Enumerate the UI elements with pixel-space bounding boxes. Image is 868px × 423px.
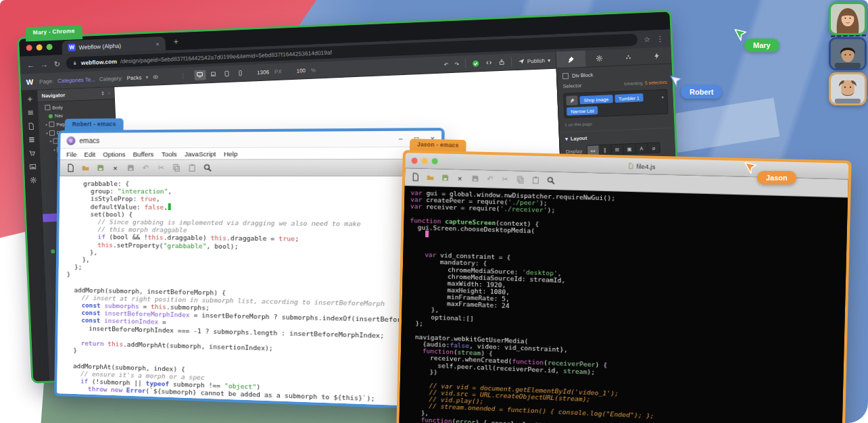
- cut-icon[interactable]: ✂: [156, 163, 166, 172]
- selector-tag[interactable]: Tumbler 1: [614, 93, 644, 103]
- zoom-window-icon[interactable]: [46, 43, 52, 49]
- minimize-window-icon[interactable]: [422, 157, 428, 164]
- cut-icon[interactable]: ✂: [500, 174, 510, 184]
- save-icon[interactable]: [470, 174, 479, 183]
- category-value[interactable]: Packs: [126, 74, 141, 81]
- window-controls[interactable]: [412, 157, 438, 164]
- display-none-button[interactable]: ⌀: [648, 143, 660, 153]
- save-icon[interactable]: [126, 163, 135, 172]
- menu-javascript[interactable]: JavaScript: [185, 150, 216, 157]
- green-icon: [51, 249, 55, 253]
- undo-icon[interactable]: ↶: [443, 61, 448, 68]
- display-inline-block-button[interactable]: ▣: [623, 144, 636, 154]
- canvas-width-value[interactable]: 1306: [257, 69, 269, 76]
- chevron-down-icon: ▾: [548, 57, 550, 63]
- device-phone[interactable]: [235, 68, 247, 78]
- selector-field[interactable]: Shop ImageTumbler 1▾Narrow List: [563, 89, 668, 118]
- chevron-down-icon[interactable]: ▾: [145, 74, 148, 80]
- undo-icon[interactable]: ↶: [485, 174, 496, 184]
- robert-code-editor[interactable]: grabbable: { group: "interaction", isSty…: [57, 176, 441, 407]
- jason-code-editor[interactable]: var gui = global.window.nwDispatcher.req…: [399, 186, 848, 423]
- chevron-down-icon[interactable]: ▾: [661, 94, 665, 99]
- copy-icon[interactable]: [171, 163, 181, 172]
- inheriting-value[interactable]: 5 selectors: [645, 80, 667, 85]
- device-laptop[interactable]: [208, 69, 220, 80]
- save-as-icon[interactable]: [440, 173, 450, 182]
- device-switcher: [194, 68, 247, 80]
- open-folder-icon[interactable]: [425, 172, 435, 182]
- search-icon[interactable]: [546, 176, 556, 186]
- save-as-icon[interactable]: [95, 163, 105, 172]
- avatar-jason[interactable]: [829, 72, 867, 105]
- menu-options[interactable]: Options: [103, 150, 125, 157]
- selector-tag[interactable]: Shop Image: [579, 95, 612, 104]
- search-icon[interactable]: [202, 163, 212, 172]
- undo-icon[interactable]: ↶: [141, 163, 151, 172]
- menu-buffers[interactable]: Buffers: [133, 150, 154, 157]
- collapse-all-icon[interactable]: ⇕: [101, 91, 105, 96]
- new-file-icon[interactable]: [66, 163, 75, 172]
- close-window-icon[interactable]: [412, 157, 418, 164]
- menu-file[interactable]: File: [66, 150, 77, 157]
- open-folder-icon[interactable]: [80, 163, 90, 172]
- bookmark-star-icon[interactable]: ☆: [644, 35, 650, 43]
- device-desktop[interactable]: [194, 70, 206, 80]
- publish-button[interactable]: Publish ▾: [518, 57, 551, 65]
- layout-section-header[interactable]: ▾ Layout: [560, 127, 675, 142]
- avatar-mary[interactable]: [829, 2, 867, 35]
- ecommerce-icon[interactable]: [28, 149, 35, 157]
- lock-icon: [72, 60, 78, 66]
- selector-style-icon[interactable]: [566, 95, 578, 105]
- close-buffer-icon[interactable]: ×: [110, 163, 120, 172]
- divider-dots-icon: ⋮: [180, 72, 186, 79]
- paste-icon[interactable]: [531, 175, 541, 185]
- refresh-icon[interactable]: ↻: [53, 60, 60, 68]
- device-tablet[interactable]: [221, 68, 233, 79]
- minimize-icon[interactable]: −: [399, 135, 404, 143]
- redo-icon[interactable]: ↷: [454, 61, 459, 67]
- divider: [511, 57, 512, 66]
- cursor-label-robert: Robert: [681, 85, 722, 99]
- tab-effects[interactable]: [642, 47, 671, 64]
- zoom-window-icon[interactable]: [432, 158, 438, 164]
- display-flex-button[interactable]: ∥: [599, 145, 612, 155]
- copy-icon[interactable]: [515, 175, 525, 185]
- new-file-icon[interactable]: [410, 172, 420, 182]
- minimize-window-icon[interactable]: [36, 44, 42, 50]
- add-element-icon[interactable]: [26, 95, 33, 103]
- preview-eye-icon[interactable]: [152, 74, 158, 80]
- avatar-robert[interactable]: [829, 37, 867, 70]
- dock-panel-icon[interactable]: ▫: [108, 91, 110, 96]
- zoom-value[interactable]: 100: [296, 68, 306, 74]
- tab-interactions[interactable]: [614, 48, 643, 66]
- menu-help[interactable]: Help: [224, 150, 238, 157]
- menu-tools[interactable]: Tools: [162, 150, 177, 157]
- on-page-note: 1 on this page: [564, 118, 669, 127]
- share-icon[interactable]: [498, 59, 505, 66]
- tab-style[interactable]: [556, 51, 585, 68]
- tab-settings[interactable]: [585, 49, 614, 67]
- selector-tag[interactable]: Narrow List: [566, 106, 598, 116]
- assets-icon[interactable]: [28, 163, 36, 170]
- settings-icon[interactable]: [29, 176, 37, 184]
- paste-icon[interactable]: [187, 163, 197, 172]
- close-window-icon[interactable]: [26, 45, 32, 51]
- display-inline-button[interactable]: A: [635, 143, 648, 153]
- page-value[interactable]: Categories Te...: [57, 76, 95, 84]
- webflow-favicon: W: [68, 43, 75, 51]
- display-grid-button[interactable]: ⊞: [611, 145, 624, 155]
- selected-element-row[interactable]: Div Block: [562, 69, 667, 79]
- tab-close-icon[interactable]: ×: [155, 41, 160, 47]
- window-controls[interactable]: [26, 43, 52, 51]
- forward-icon[interactable]: →: [40, 61, 47, 68]
- menu-edit[interactable]: Edit: [85, 150, 96, 157]
- cms-icon[interactable]: [28, 136, 35, 143]
- chrome-menu-icon[interactable]: ⋮: [656, 34, 664, 42]
- back-icon[interactable]: ←: [27, 61, 34, 68]
- new-tab-button[interactable]: +: [173, 36, 178, 47]
- pages-icon[interactable]: [27, 122, 34, 130]
- webflow-logo[interactable]: W: [26, 78, 34, 86]
- export-code-icon[interactable]: [485, 59, 492, 66]
- close-buffer-icon[interactable]: ×: [455, 173, 464, 182]
- symbols-icon[interactable]: [26, 109, 34, 116]
